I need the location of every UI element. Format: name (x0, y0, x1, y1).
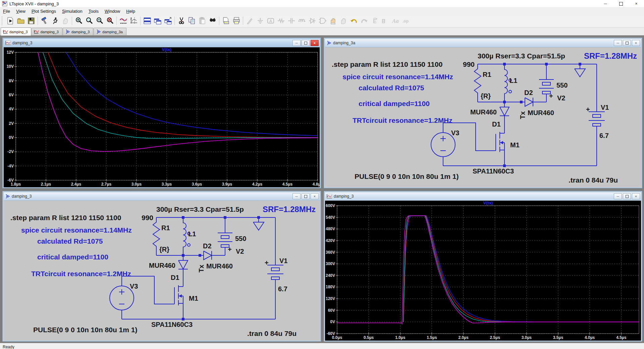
zoom-in-icon[interactable] (73, 16, 84, 26)
run-icon[interactable] (5, 16, 15, 26)
toolbar-grip[interactable] (2, 16, 4, 25)
y-axis-label: 0V (330, 319, 335, 324)
menu-item-tools[interactable]: Tools (86, 8, 102, 14)
wire-pencil-icon[interactable] (245, 16, 255, 26)
autorange-waveform-icon[interactable] (118, 16, 128, 26)
open-folder-icon[interactable] (15, 16, 26, 26)
print-preview-icon[interactable] (221, 16, 231, 26)
component-icon[interactable] (317, 16, 328, 26)
window-titlebar[interactable]: damping_3 ─ × (4, 192, 320, 201)
print-icon[interactable] (231, 16, 241, 26)
window-close-button[interactable]: × (311, 40, 319, 46)
zoom-area-icon[interactable] (84, 16, 94, 26)
x-axis-label: 2.7µs (101, 182, 112, 187)
window-title: damping_3 (12, 194, 291, 199)
paste-icon[interactable] (197, 16, 207, 26)
waveform-plot-zoomed[interactable]: 12V10V8V6V4V2V0V-2V-4V-6V1.8µs2.1µs2.4µs… (4, 47, 320, 187)
window-restore-button[interactable] (623, 40, 631, 46)
y-axis-label: 0V (9, 135, 14, 140)
waveform-plot-full[interactable]: 600V540V480V420V360V300V240V180V120V60V0… (325, 201, 641, 341)
label-m1-model: SPA11N60C3 (473, 167, 514, 175)
app-close-button[interactable]: × (629, 0, 644, 7)
zoom-full-icon[interactable] (105, 16, 115, 26)
window-restore-button[interactable] (302, 40, 310, 46)
window-titlebar[interactable]: damping_3 ─ × (325, 192, 641, 201)
label-tx: Tx (198, 265, 205, 272)
tab-damping_3-1[interactable]: damping_3 (1, 28, 31, 36)
plot-axes-icon[interactable] (128, 16, 139, 26)
find-icon[interactable] (207, 16, 218, 26)
window-schematic-a[interactable]: damping_3a ─ × .step param R list 1210 1… (324, 38, 642, 188)
app-minimize-button[interactable]: ─ (598, 0, 613, 7)
label-d2-model: MUR460 (206, 262, 233, 270)
menu-item-window[interactable]: Window (102, 8, 123, 14)
tab-damping_3-2[interactable]: damping_3 (32, 28, 62, 35)
tab-damping_3a-4[interactable]: damping_3a (94, 28, 126, 35)
tran-directive-text: .tran 0 84u 79u (569, 176, 618, 184)
run-simulation-icon[interactable] (50, 16, 60, 26)
schematic-canvas[interactable]: .step param R list 1210 1150 1100 990 30… (4, 201, 320, 341)
window-close-button[interactable]: × (311, 193, 319, 199)
menu-item-simulation[interactable]: Simulation (59, 8, 86, 14)
copy-icon[interactable] (186, 16, 197, 26)
cut-icon[interactable] (176, 16, 186, 26)
window-minimize-button[interactable]: ─ (614, 40, 622, 46)
tab-damping_3-3[interactable]: damping_3 (63, 28, 93, 35)
y-axis-label: 6V (9, 93, 14, 97)
label-r1: R1 (161, 224, 170, 232)
menu-item-help[interactable]: Help (123, 8, 138, 14)
menu-item-plot-settings[interactable]: Plot Settings (29, 8, 59, 14)
inductor-phase-dot (509, 90, 512, 93)
app-maximize-button[interactable] (613, 0, 629, 7)
battery-v1-leads (589, 64, 605, 166)
tile-windows-icon[interactable] (142, 16, 152, 26)
schematic-canvas[interactable]: .step param R list 1210 1150 1100 990 30… (325, 47, 641, 187)
drag-hand-icon[interactable] (338, 16, 348, 26)
srf-comment-text: SRF=1.28MHz (584, 51, 637, 60)
halt-hand-icon[interactable] (60, 16, 70, 26)
battery-v1-plate (593, 123, 601, 126)
window-plot-full[interactable]: damping_3 ─ × 600V540V480V420V360V300V24… (324, 191, 642, 341)
menu-item-file[interactable]: File (0, 8, 13, 14)
net-label-icon[interactable]: A (265, 16, 276, 26)
resistor-icon[interactable] (276, 16, 286, 26)
window-plot-zoomed[interactable]: damping_3 ─ × 12V10V8V6V4V2V0V-2V-4V-6V1… (3, 38, 321, 188)
menu-item-view[interactable]: View (13, 8, 29, 14)
capacitor-icon[interactable] (286, 16, 297, 26)
save-icon[interactable] (26, 16, 36, 26)
window-titlebar[interactable]: damping_3 ─ × (4, 39, 320, 47)
window-close-button[interactable]: × (632, 193, 640, 199)
diode-icon[interactable] (307, 16, 317, 26)
move-hand-icon[interactable] (328, 16, 338, 26)
undo-icon[interactable] (348, 16, 359, 26)
window-minimize-button[interactable]: ─ (614, 193, 622, 199)
x-axis-label: 0.0µs (332, 335, 342, 340)
status-text: Ready (3, 345, 14, 349)
x-axis-label: 3.9µs (222, 182, 232, 187)
window-titlebar[interactable]: damping_3a ─ × (325, 39, 641, 47)
window-schematic-b[interactable]: damping_3 ─ × .step param R list 1210 11… (3, 191, 321, 341)
redo-icon[interactable] (359, 16, 369, 26)
text-icon[interactable]: Aa (390, 16, 400, 26)
ground-icon[interactable] (255, 16, 265, 26)
inductor-l1-symbol (504, 64, 507, 102)
x-axis-label: 4.0µs (585, 335, 595, 340)
zoom-out-icon[interactable] (94, 16, 105, 26)
comment-spice-text: spice circuit resonance=1.14MHz (342, 73, 453, 81)
window-restore-button[interactable] (302, 193, 310, 199)
rotate-icon[interactable]: E (369, 16, 380, 26)
label-d2: D2 (524, 89, 533, 96)
window-close-button[interactable]: × (632, 40, 640, 46)
y-axis-label: 240V (326, 273, 335, 278)
resistor-r1-symbol (474, 64, 481, 102)
control-panel-hammer-icon[interactable] (39, 16, 50, 26)
cascade-windows-icon[interactable] (152, 16, 163, 26)
mirror-icon[interactable]: EE (380, 16, 390, 26)
window-minimize-button[interactable]: ─ (292, 40, 301, 46)
window-restore-button[interactable] (623, 193, 631, 199)
waveform-plot: 600V540V480V420V360V300V240V180V120V60V0… (325, 201, 641, 341)
window-minimize-button[interactable]: ─ (292, 193, 301, 199)
inductor-icon[interactable] (297, 16, 307, 26)
arrange-windows-icon[interactable] (163, 16, 173, 26)
spice-directive-icon[interactable]: .op (400, 16, 411, 26)
